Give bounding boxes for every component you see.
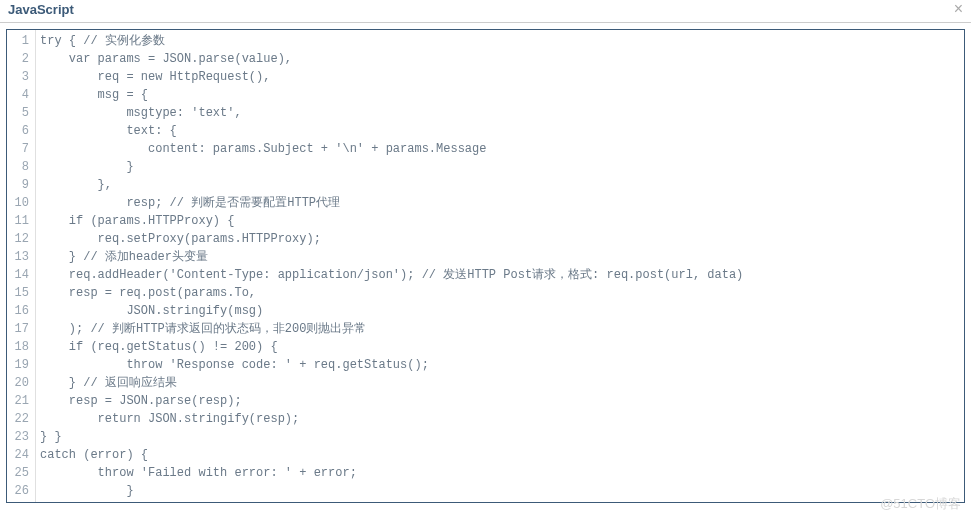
code-line: ); // 判断HTTP请求返回的状态码，非200则抛出异常 (40, 320, 960, 338)
line-number: 2 (9, 50, 29, 68)
line-number: 6 (9, 122, 29, 140)
close-icon[interactable]: × (954, 0, 963, 18)
line-number: 15 (9, 284, 29, 302)
code-line: JSON.stringify(msg) (40, 302, 960, 320)
line-gutter: 1234567891011121314151617181920212223242… (7, 30, 36, 502)
code-line: }, (40, 176, 960, 194)
line-number: 24 (9, 446, 29, 464)
line-number: 9 (9, 176, 29, 194)
line-number: 18 (9, 338, 29, 356)
code-line: req = new HttpRequest(), (40, 68, 960, 86)
line-number: 4 (9, 86, 29, 104)
line-number: 11 (9, 212, 29, 230)
code-line: resp = req.post(params.To, (40, 284, 960, 302)
code-editor: 1234567891011121314151617181920212223242… (6, 29, 965, 503)
line-number: 19 (9, 356, 29, 374)
line-number: 16 (9, 302, 29, 320)
code-line: var params = JSON.parse(value), (40, 50, 960, 68)
code-line: } (40, 158, 960, 176)
line-number: 21 (9, 392, 29, 410)
line-number: 1 (9, 32, 29, 50)
line-number: 3 (9, 68, 29, 86)
line-number: 7 (9, 140, 29, 158)
code-line: return JSON.stringify(resp); (40, 410, 960, 428)
code-body[interactable]: try { // 实例化参数 var params = JSON.parse(v… (36, 30, 964, 502)
code-line: catch (error) { (40, 446, 960, 464)
line-number: 13 (9, 248, 29, 266)
code-line: text: { (40, 122, 960, 140)
line-number: 14 (9, 266, 29, 284)
code-line: } (40, 482, 960, 500)
line-number: 22 (9, 410, 29, 428)
code-line: resp; // 判断是否需要配置HTTP代理 (40, 194, 960, 212)
code-line: req.addHeader('Content-Type: application… (40, 266, 960, 284)
code-line: try { // 实例化参数 (40, 32, 960, 50)
line-number: 12 (9, 230, 29, 248)
code-line: throw 'Response code: ' + req.getStatus(… (40, 356, 960, 374)
code-line: content: params.Subject + '\n' + params.… (40, 140, 960, 158)
line-number: 17 (9, 320, 29, 338)
code-line: throw 'Failed with error: ' + error; (40, 464, 960, 482)
code-line: if (req.getStatus() != 200) { (40, 338, 960, 356)
dialog-header: JavaScript × (0, 0, 971, 23)
line-number: 5 (9, 104, 29, 122)
line-number: 20 (9, 374, 29, 392)
code-line: } } (40, 428, 960, 446)
watermark: @51CTO博客 (880, 495, 961, 509)
code-line: resp = JSON.parse(resp); (40, 392, 960, 410)
code-line: req.setProxy(params.HTTPProxy); (40, 230, 960, 248)
line-number: 26 (9, 482, 29, 500)
line-number: 23 (9, 428, 29, 446)
line-number: 10 (9, 194, 29, 212)
code-line: } // 返回响应结果 (40, 374, 960, 392)
line-number: 8 (9, 158, 29, 176)
code-line: msg = { (40, 86, 960, 104)
code-line: msgtype: 'text', (40, 104, 960, 122)
dialog-title: JavaScript (8, 2, 74, 17)
code-line: if (params.HTTPProxy) { (40, 212, 960, 230)
code-line: } // 添加header头变量 (40, 248, 960, 266)
line-number: 25 (9, 464, 29, 482)
